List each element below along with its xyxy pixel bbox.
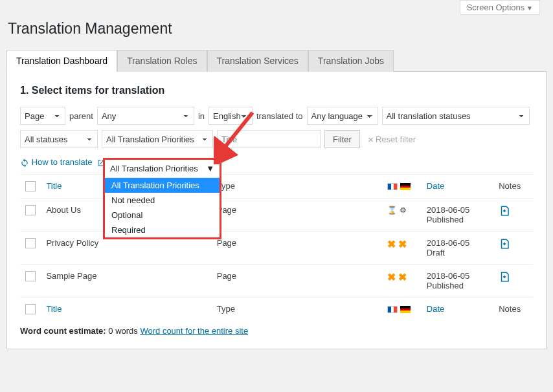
translated-to-label: translated to xyxy=(256,111,303,121)
col-date[interactable]: Date xyxy=(422,297,493,321)
table-row: Privacy Policy Page ✖ ✖ 2018-06-05Draft xyxy=(20,231,533,264)
priority-dropdown-trigger[interactable]: All Translation Priorities▼ xyxy=(105,160,220,178)
hourglass-icon: ⌛ xyxy=(387,206,397,215)
gear-icon: ⚙ xyxy=(400,206,407,215)
post-status-select[interactable]: All statuses xyxy=(20,130,98,148)
flag-de-icon xyxy=(400,183,411,190)
title-input[interactable] xyxy=(217,130,321,148)
select-all-checkbox[interactable] xyxy=(25,181,36,191)
not-translated-icon: ✖ xyxy=(387,272,396,283)
row-type: Page xyxy=(212,231,382,264)
table-row: About Us Page ⌛ ⚙ 2018-06-05Published xyxy=(20,198,533,231)
word-count-link[interactable]: Word count for the entire site xyxy=(140,326,248,336)
col-notes: Notes xyxy=(493,174,533,198)
word-count-footer: Word count estimate: 0 words Word count … xyxy=(20,326,533,336)
tab-roles[interactable]: Translation Roles xyxy=(117,50,207,72)
flag-fr-icon xyxy=(387,306,398,313)
not-translated-icon: ✖ xyxy=(398,239,407,250)
parent-label: parent xyxy=(69,111,93,121)
row-type: Page xyxy=(212,264,382,297)
tab-jobs[interactable]: Translation Jobs xyxy=(308,50,394,72)
flag-de-icon xyxy=(400,306,411,313)
parent-select[interactable]: Any xyxy=(97,107,194,125)
col-type: Type xyxy=(212,174,382,198)
col-type: Type xyxy=(212,297,382,321)
select-all-checkbox-bottom[interactable] xyxy=(25,304,36,314)
chevron-down-icon: ▼ xyxy=(206,164,214,173)
priority-select[interactable]: All Translation Priorities xyxy=(102,130,213,148)
add-note-icon[interactable] xyxy=(493,264,533,297)
priority-option[interactable]: Required xyxy=(105,223,220,237)
add-note-icon[interactable] xyxy=(493,198,533,231)
col-date[interactable]: Date xyxy=(422,174,493,198)
flag-fr-icon xyxy=(387,183,398,190)
reset-filter-link[interactable]: Reset filter xyxy=(368,135,416,144)
add-note-icon[interactable] xyxy=(493,231,533,264)
target-lang-select[interactable]: Any language xyxy=(307,107,378,125)
tab-services[interactable]: Translation Services xyxy=(207,50,308,72)
col-notes: Notes xyxy=(493,297,533,321)
content-table: Title Type Date Notes About Us Page xyxy=(20,174,533,321)
col-title[interactable]: Title xyxy=(41,297,211,321)
priority-dropdown-open: All Translation Priorities▼ All Translat… xyxy=(103,158,221,239)
section-heading: 1. Select items for translation xyxy=(20,85,533,96)
in-label: in xyxy=(198,111,205,121)
row-title: Sample Page xyxy=(41,264,211,297)
tab-dashboard[interactable]: Translation Dashboard xyxy=(6,50,117,72)
page-title: Translation Management xyxy=(8,20,547,38)
not-translated-icon: ✖ xyxy=(398,272,407,283)
priority-option[interactable]: Not needed xyxy=(105,193,220,208)
refresh-icon xyxy=(20,158,29,168)
content-type-select[interactable]: Page xyxy=(20,107,65,125)
how-to-translate-link[interactable]: How to translate xyxy=(20,157,105,167)
translation-status-select[interactable]: All translation statuses xyxy=(382,107,530,125)
priority-option[interactable]: Optional xyxy=(105,208,220,223)
row-type: Page xyxy=(212,198,382,231)
not-translated-icon: ✖ xyxy=(387,239,396,250)
source-lang-select[interactable]: English xyxy=(209,107,253,125)
table-row: Sample Page Page ✖ ✖ 2018-06-05Published xyxy=(20,264,533,297)
screen-options-button[interactable]: Screen Options xyxy=(460,0,540,15)
row-checkbox[interactable] xyxy=(25,238,36,248)
filter-button[interactable]: Filter xyxy=(324,130,360,148)
tab-bar: Translation Dashboard Translation Roles … xyxy=(6,49,547,72)
priority-option[interactable]: All Translation Priorities xyxy=(105,178,220,193)
row-checkbox[interactable] xyxy=(25,271,36,281)
row-checkbox[interactable] xyxy=(25,205,36,215)
